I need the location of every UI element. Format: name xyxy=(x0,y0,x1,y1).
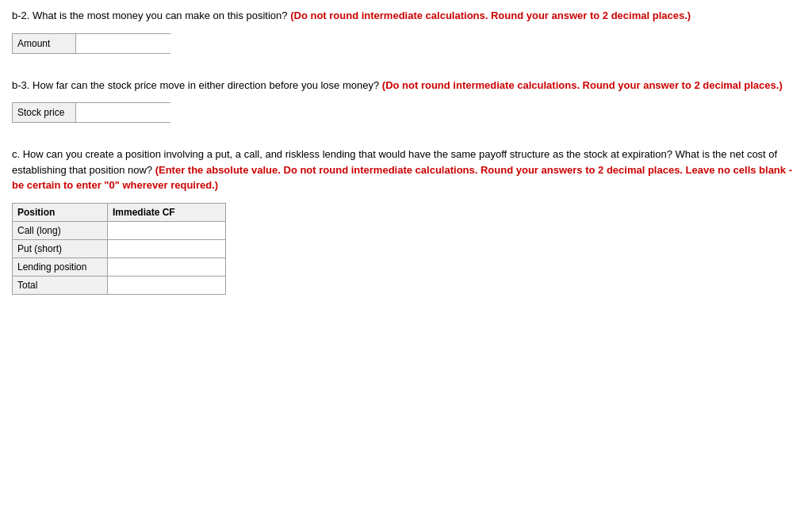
position-table: Position Immediate CF Call (long)Put (sh… xyxy=(12,203,226,295)
question-b3-text: b-3. How far can the stock price move in… xyxy=(12,78,800,93)
row-3-input[interactable] xyxy=(113,280,220,291)
row-2-value-cell[interactable] xyxy=(108,258,226,276)
row-0-value-cell[interactable] xyxy=(108,221,226,239)
question-b2-prefix: b-2. What is the most money you can make… xyxy=(12,10,288,21)
table-section: Position Immediate CF Call (long)Put (sh… xyxy=(12,203,800,295)
section-b2: b-2. What is the most money you can make… xyxy=(12,8,800,54)
row-0-label: Call (long) xyxy=(13,221,108,239)
stock-price-input-row: Stock price xyxy=(12,102,170,123)
col1-header: Position xyxy=(13,203,108,221)
stock-price-label: Stock price xyxy=(13,103,76,122)
question-b2-bold: (Do not round intermediate calculations.… xyxy=(288,10,691,21)
row-1-input[interactable] xyxy=(113,243,220,254)
row-3-label: Total xyxy=(13,276,108,294)
question-b2-text: b-2. What is the most money you can make… xyxy=(12,8,800,24)
table-row: Total xyxy=(13,276,226,294)
table-row: Lending position xyxy=(13,258,226,276)
row-1-label: Put (short) xyxy=(13,239,108,258)
row-1-value-cell[interactable] xyxy=(108,239,226,258)
row-2-label: Lending position xyxy=(13,258,108,276)
table-row: Call (long) xyxy=(13,221,226,239)
table-row: Put (short) xyxy=(13,239,226,258)
row-0-input[interactable] xyxy=(113,225,220,236)
question-b3-bold: (Do not round intermediate calculations.… xyxy=(379,79,783,91)
table-body: Call (long)Put (short)Lending positionTo… xyxy=(13,221,226,294)
col2-header: Immediate CF xyxy=(108,203,226,221)
row-2-input[interactable] xyxy=(113,261,220,273)
table-header-row: Position Immediate CF xyxy=(13,203,226,221)
section-b3: b-3. How far can the stock price move in… xyxy=(12,78,800,124)
row-3-value-cell[interactable] xyxy=(108,276,226,294)
question-b3-prefix: b-3. How far can the stock price move in… xyxy=(12,79,379,91)
stock-price-input[interactable] xyxy=(76,103,201,122)
amount-label: Amount xyxy=(13,34,76,53)
amount-input-row: Amount xyxy=(12,33,170,54)
question-c-text: c. How can you create a position involvi… xyxy=(12,147,800,193)
section-c: c. How can you create a position involvi… xyxy=(12,147,800,295)
amount-input[interactable] xyxy=(76,34,201,53)
